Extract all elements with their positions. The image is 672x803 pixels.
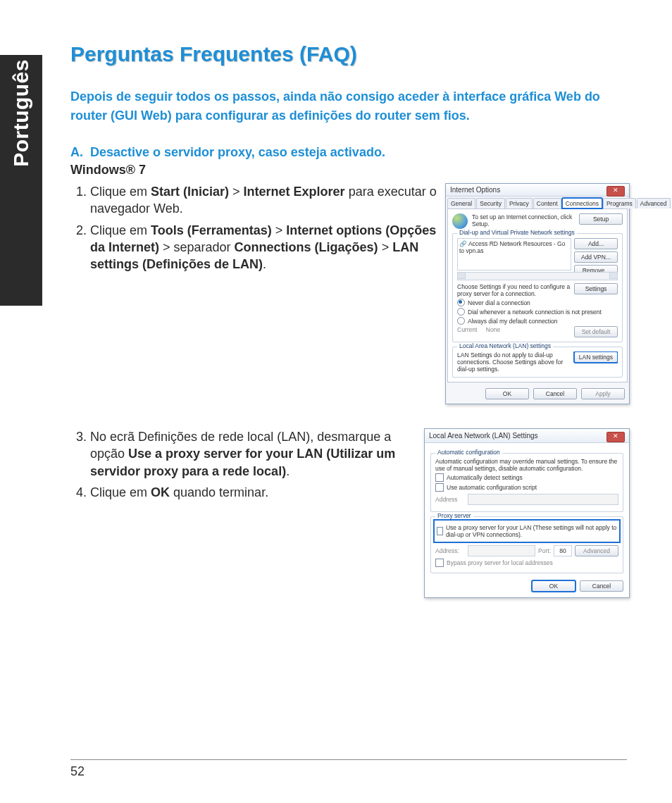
- dialog-title: Local Area Network (LAN) Settings: [429, 432, 538, 440]
- page-content: Perguntas Frequentes (FAQ) Depois de seg…: [70, 42, 630, 598]
- cancel-button[interactable]: Cancel: [580, 580, 623, 592]
- dialog-titlebar: Internet Options ✕: [446, 184, 629, 197]
- apply-button[interactable]: Apply: [581, 388, 625, 399]
- tab-connections[interactable]: Connections: [562, 198, 602, 208]
- add-button[interactable]: Add...: [574, 238, 618, 249]
- tab-content[interactable]: Content: [533, 198, 561, 208]
- close-icon[interactable]: ✕: [606, 432, 625, 442]
- tab-general[interactable]: General: [447, 198, 475, 208]
- dialup-vpn-group: Dial-up and Virtual Private Network sett…: [452, 233, 623, 342]
- list-scrollbar[interactable]: [457, 272, 618, 280]
- step-4: Clique em OK quando terminar.: [90, 484, 416, 501]
- cancel-button[interactable]: Cancel: [533, 388, 577, 399]
- lan-settings-group: Local Area Network (LAN) settings LAN se…: [452, 347, 623, 378]
- proxy-address-label: Address:: [435, 547, 465, 554]
- dialog-titlebar: Local Area Network (LAN) Settings ✕: [425, 429, 629, 443]
- steps-3-4: No ecrã Definições de rede local (LAN), …: [70, 428, 416, 505]
- address-label: Address: [435, 496, 465, 503]
- script-address-input[interactable]: [468, 494, 618, 505]
- page-title: Perguntas Frequentes (FAQ): [70, 42, 630, 66]
- section-a-heading: A. Desactive o servidor proxy, caso este…: [70, 145, 630, 160]
- radio-never-dial[interactable]: Never dial a connection: [457, 299, 618, 306]
- radio-always-dial[interactable]: Always dial my default connection: [457, 317, 618, 325]
- tab-advanced[interactable]: Advanced: [637, 198, 671, 208]
- ok-button[interactable]: OK: [485, 388, 529, 399]
- step-1: Clique em Start (Iniciar) > Internet Exp…: [90, 183, 437, 218]
- steps-1-2: Clique em Start (Iniciar) > Internet Exp…: [70, 183, 437, 277]
- tab-strip: General Security Privacy Content Connect…: [446, 197, 629, 208]
- ok-button[interactable]: OK: [532, 580, 575, 592]
- lan-settings-button[interactable]: LAN settings: [574, 351, 618, 363]
- internet-options-dialog: Internet Options ✕ General Security Priv…: [445, 183, 630, 404]
- proxy-port-input[interactable]: 80: [554, 545, 572, 556]
- connections-listbox[interactable]: 🔗 Access RD Network Resources - Go to vp…: [457, 238, 571, 270]
- lan-settings-dialog: Local Area Network (LAN) Settings ✕ Auto…: [424, 428, 630, 598]
- bypass-local-checkbox[interactable]: Bypass proxy server for local addresses: [435, 559, 618, 567]
- add-vpn-button[interactable]: Add VPN...: [574, 251, 618, 263]
- setup-button[interactable]: Setup: [579, 213, 623, 225]
- step-2: Clique em Tools (Ferramentas) > Internet…: [90, 222, 437, 273]
- auto-note: Automatic configuration may override man…: [435, 458, 618, 472]
- globe-icon: [452, 213, 468, 229]
- auto-script-checkbox[interactable]: Use automatic configuration script: [435, 483, 618, 492]
- step-3: No ecrã Definições de rede local (LAN), …: [90, 428, 416, 480]
- proxy-server-group: Proxy server Use a proxy server for your…: [430, 516, 623, 573]
- auto-detect-checkbox[interactable]: Automatically detect settings: [435, 473, 618, 482]
- settings-button[interactable]: Settings: [574, 283, 618, 294]
- list-item[interactable]: 🔗 Access RD Network Resources - Go to vp…: [459, 240, 569, 254]
- tab-security[interactable]: Security: [476, 198, 505, 208]
- proxy-address-input[interactable]: [468, 545, 535, 556]
- radio-dial-whenever[interactable]: Dial whenever a network connection is no…: [457, 308, 618, 316]
- intro-text: Depois de seguir todos os passos, ainda …: [70, 87, 630, 125]
- close-icon[interactable]: ✕: [606, 186, 625, 197]
- port-label: Port:: [538, 547, 551, 554]
- tab-programs[interactable]: Programs: [603, 198, 636, 208]
- set-default-button[interactable]: Set default: [574, 326, 618, 337]
- auto-config-group: Automatic configuration Automatic config…: [430, 453, 623, 512]
- tab-privacy[interactable]: Privacy: [506, 198, 533, 208]
- os-heading: Windows® 7: [70, 163, 630, 178]
- dialog-title: Internet Options: [450, 186, 500, 194]
- current-label: Current: [457, 326, 477, 333]
- use-proxy-checkbox[interactable]: Use a proxy server for your LAN (These s…: [437, 524, 617, 538]
- current-value: None: [486, 326, 500, 333]
- advanced-button[interactable]: Advanced: [575, 545, 618, 556]
- page-number: 52: [70, 759, 627, 779]
- language-side-tab: Português: [0, 55, 42, 306]
